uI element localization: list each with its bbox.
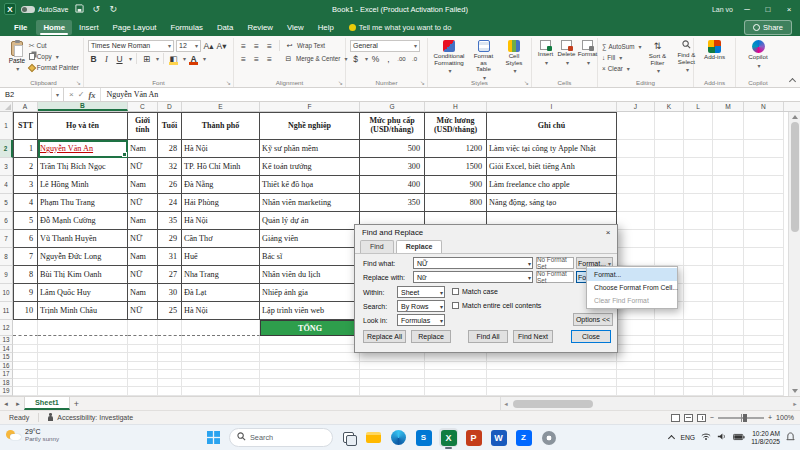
borders-icon[interactable]: ⊞	[141, 53, 152, 65]
row-header-12[interactable]: 12	[0, 320, 13, 336]
chevron-down-icon[interactable]: ▾	[528, 260, 531, 267]
autosave-toggle[interactable]: AutoSave	[21, 6, 68, 13]
cell-H17[interactable]	[425, 370, 487, 379]
cell-N6[interactable]	[744, 212, 784, 230]
cell-M19[interactable]	[713, 387, 744, 396]
cell-B4[interactable]: Lê Hồng Minh	[38, 176, 128, 194]
cell-L13[interactable]	[684, 336, 713, 345]
cell-I16[interactable]	[487, 362, 617, 371]
cell-L14[interactable]	[684, 345, 713, 354]
cell-C15[interactable]	[128, 353, 158, 362]
battery-icon[interactable]	[733, 433, 745, 443]
within-select[interactable]: Sheet▾	[397, 286, 445, 298]
cell-C4[interactable]: Nam	[128, 176, 158, 194]
cell-A16[interactable]	[13, 362, 38, 371]
underline-button[interactable]: U	[114, 53, 125, 65]
cell-N3[interactable]	[744, 158, 784, 176]
cell-J8[interactable]	[617, 248, 655, 266]
cell-D10[interactable]: 30	[158, 284, 182, 302]
taskbar-file-explorer-icon[interactable]	[364, 428, 383, 447]
cell-N2[interactable]	[744, 140, 784, 158]
decrease-decimal-icon[interactable]: .0	[409, 53, 420, 65]
cell-G19[interactable]	[360, 387, 425, 396]
cell-N11[interactable]	[744, 302, 784, 320]
chevron-down-icon[interactable]: ▾	[156, 55, 159, 62]
tab-data[interactable]: Data	[210, 20, 240, 35]
cell-L10[interactable]	[684, 284, 713, 302]
cell-A5[interactable]: 4	[13, 194, 38, 212]
column-header-B[interactable]: B	[38, 102, 128, 111]
cell-G5[interactable]: 350	[360, 194, 425, 212]
cell-B1[interactable]: Họ và tên	[38, 112, 128, 140]
cell-K7[interactable]	[655, 230, 684, 248]
cell-E15[interactable]	[182, 353, 260, 362]
cell-H5[interactable]: 800	[425, 194, 487, 212]
cell-N9[interactable]	[744, 266, 784, 284]
cell-G15[interactable]	[360, 353, 425, 362]
cell-D8[interactable]: 31	[158, 248, 182, 266]
cell-N13[interactable]	[744, 336, 784, 345]
sheet-nav-right-icon[interactable]: ►	[12, 397, 24, 410]
sheet-tab-sheet1[interactable]: Sheet1	[24, 397, 70, 410]
cell-L18[interactable]	[684, 379, 713, 388]
row-header-4[interactable]: 4	[0, 176, 13, 194]
taskbar-word-icon[interactable]: W	[489, 428, 508, 447]
sheet-nav-left-icon[interactable]: ◄	[0, 397, 12, 410]
cell-B18[interactable]	[38, 379, 128, 388]
enter-entry-icon[interactable]: ✓	[78, 90, 85, 99]
cell-I1[interactable]: Ghi chú	[487, 112, 617, 140]
cell-A2[interactable]: 1	[13, 140, 38, 158]
cell-G2[interactable]: 500	[360, 140, 425, 158]
cell-D11[interactable]: 25	[158, 302, 182, 320]
column-header-G[interactable]: G	[360, 102, 425, 111]
number-format-combo[interactable]: General▾	[350, 40, 420, 52]
cell-E17[interactable]	[182, 370, 260, 379]
cell-G4[interactable]: 400	[360, 176, 425, 194]
cell-G1[interactable]: Mức phụ cấp (USD/tháng)	[360, 112, 425, 140]
cell-F10[interactable]: Nhiếp ảnh gia	[260, 284, 360, 302]
cell-H4[interactable]: 900	[425, 176, 487, 194]
chevron-down-icon[interactable]: ▾	[183, 55, 186, 62]
cell-K16[interactable]	[655, 362, 684, 371]
cell-I2[interactable]: Làm việc tại công ty Apple Nhật	[487, 140, 617, 158]
cell-J7[interactable]	[617, 230, 655, 248]
cell-B6[interactable]: Đỗ Mạnh Cường	[38, 212, 128, 230]
cell-B7[interactable]: Vũ Thanh Huyền	[38, 230, 128, 248]
cell-A4[interactable]: 3	[13, 176, 38, 194]
cell-D12[interactable]	[158, 320, 182, 336]
taskbar-excel-icon[interactable]: X	[439, 428, 458, 447]
zoom-out-button[interactable]: −	[710, 414, 714, 421]
cell-F15[interactable]	[260, 353, 360, 362]
cell-A14[interactable]	[13, 345, 38, 354]
cell-C9[interactable]: NỮ	[128, 266, 158, 284]
replace-with-input[interactable]: Nữ▾	[413, 271, 533, 283]
row-header-17[interactable]: 17	[0, 370, 13, 379]
row-header-3[interactable]: 3	[0, 158, 13, 176]
cell-E12[interactable]	[182, 320, 260, 336]
cell-I15[interactable]	[487, 353, 617, 362]
cell-K19[interactable]	[655, 387, 684, 396]
vertical-scrollbar[interactable]	[788, 112, 800, 396]
cell-C18[interactable]	[128, 379, 158, 388]
cell-K6[interactable]	[655, 212, 684, 230]
cell-G17[interactable]	[360, 370, 425, 379]
column-header-K[interactable]: K	[655, 102, 684, 111]
format-menu-item-format[interactable]: Format...	[587, 268, 677, 281]
tell-me-box[interactable]: Tell me what you want to do	[349, 23, 452, 32]
alignment-dialog-launcher-icon[interactable]: ↘	[338, 79, 343, 86]
format-menu-item-choose-format-from-cell[interactable]: Choose Format From Cell...	[587, 281, 677, 294]
fill-color-icon[interactable]: ◧	[168, 53, 179, 65]
undo-icon[interactable]: ↺	[90, 4, 102, 14]
insert-function-icon[interactable]: fx	[88, 90, 95, 100]
cell-J15[interactable]	[617, 353, 655, 362]
delete-cells-button[interactable]: Delete ▾	[557, 39, 576, 76]
chevron-down-icon[interactable]: ▾	[365, 55, 368, 62]
cell-M2[interactable]	[713, 140, 744, 158]
tab-review[interactable]: Review	[240, 20, 280, 35]
chevron-down-icon[interactable]: ▾	[203, 55, 206, 62]
cell-B9[interactable]: Bùi Thị Kim Oanh	[38, 266, 128, 284]
normal-view-button[interactable]	[671, 414, 680, 422]
search-input[interactable]: Search	[229, 428, 333, 447]
row-header-11[interactable]: 11	[0, 302, 13, 320]
column-header-I[interactable]: I	[487, 102, 617, 111]
